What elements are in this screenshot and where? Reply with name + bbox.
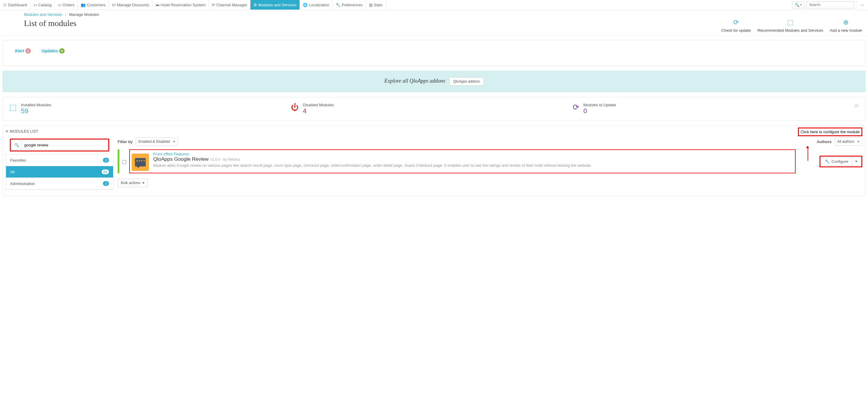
top-nav: ⏲Dashboard ▭Catalog ▭Orders 👥Customers 🏷… [0, 0, 868, 10]
authors-select[interactable]: All authors [835, 137, 862, 146]
refresh-icon: ⟳ [721, 19, 751, 26]
cat-administration[interactable]: Administration2 [6, 178, 113, 190]
sync-icon: ⟳ [212, 3, 215, 7]
module-checkbox[interactable] [122, 160, 126, 164]
module-description: Module adds Google review on various pag… [153, 163, 793, 169]
updates-tab[interactable]: Updates0 [41, 48, 65, 54]
breadcrumb-root[interactable]: Modules and Services [24, 12, 62, 17]
enabled-flag [118, 149, 119, 173]
alert-tab[interactable]: Alert2 [15, 48, 31, 54]
search-icon: 🔍 [795, 3, 800, 7]
module-version: v1.0.0 - by Webkul [210, 157, 240, 162]
puzzle-icon: ⚙ [253, 3, 257, 7]
bed-icon: 🛏 [156, 3, 159, 7]
nav-orders[interactable]: ▭Orders [55, 0, 78, 9]
caret-down-icon: ▾ [800, 3, 802, 6]
filter-select[interactable]: Enabled & Disabled [136, 137, 178, 146]
page-title: List of modules [24, 19, 721, 28]
refresh-icon: ⟳ [573, 103, 579, 112]
explore-banner: Explore all QloApps addons QloApps addon… [2, 71, 866, 92]
nav-localization[interactable]: 🌐Localization [300, 0, 333, 9]
explore-button[interactable]: QloApps addons [450, 77, 484, 86]
power-icon: ⏻ [291, 103, 299, 112]
explore-text: Explore all QloApps addons [384, 78, 445, 84]
nav-hotel[interactable]: 🛏Hotel Reservation System [153, 0, 209, 9]
refresh-icon: ⟳ [854, 103, 859, 109]
module-row: ★★★★ Front office Features QloApps Googl… [118, 149, 862, 173]
filter-label: Filter by [118, 140, 133, 144]
nav-dashboard[interactable]: ⏲Dashboard [0, 0, 31, 9]
annotation-box: Click here to configure the module [798, 127, 862, 136]
nav-channel[interactable]: ⟳Channel Manager [209, 0, 250, 9]
gauge-icon: ⏲ [3, 3, 7, 7]
star-icon: ★★★★ [136, 159, 146, 162]
module-card-highlight: ★★★★ Front office Features QloApps Googl… [129, 149, 796, 173]
authors-label: Authors [816, 140, 832, 144]
check-update-button[interactable]: ⟳Check for update [721, 19, 751, 33]
toupdate-count: 0 [584, 107, 616, 115]
installed-count: 59 [21, 107, 51, 115]
nav-stats[interactable]: ▥Stats [366, 0, 386, 9]
puzzle-icon: ⬚ [757, 19, 824, 26]
breadcrumb: Modules and Services / Manage Modules [24, 12, 862, 17]
stats-panel: ⬚ Installed Modules59 ⏻ Disabled Modules… [2, 97, 866, 121]
category-column: 🔍 Favorites0 All63 Administration2 [6, 136, 114, 190]
updates-count: 0 [59, 48, 65, 54]
nav-catalog[interactable]: ▭Catalog [31, 0, 55, 9]
installed-label: Installed Modules [21, 103, 51, 107]
disabled-count: 4 [303, 107, 334, 115]
globe-icon: 🌐 [303, 3, 308, 7]
cat-favorites[interactable]: Favorites0 [6, 154, 113, 166]
configure-dropdown[interactable] [852, 157, 861, 166]
bulk-actions-button[interactable]: Bulk actions [118, 179, 148, 187]
alerts-panel: Alert2 Updates0 [2, 40, 866, 66]
module-category[interactable]: Front office Features [153, 152, 793, 156]
list-icon: ≡ [6, 129, 8, 134]
nav-discounts[interactable]: 🏷Manage Discounts [109, 0, 153, 9]
add-module-button[interactable]: ⊕Add a new module [830, 19, 862, 33]
search-scope-button[interactable]: 🔍▾ [792, 1, 805, 8]
card-icon: ▭ [58, 3, 61, 7]
cat-all[interactable]: All63 [6, 166, 113, 178]
more-button[interactable]: ⋯ [857, 0, 868, 9]
page-header: Modules and Services / Manage Modules Li… [0, 10, 868, 36]
nav-preferences[interactable]: 🔧Preferences [333, 0, 366, 9]
tag-icon: 🏷 [112, 3, 116, 7]
plus-circle-icon: ⊕ [830, 19, 862, 26]
disabled-label: Disabled Modules [303, 103, 334, 107]
module-search-input[interactable] [22, 140, 107, 150]
nav-customers[interactable]: 👥Customers [78, 0, 109, 9]
toupdate-label: Modules to Update [584, 103, 616, 107]
module-search-highlight: 🔍 [10, 139, 109, 151]
search-icon: 🔍 [12, 140, 22, 150]
recommended-button[interactable]: ⬚Recommended Modules and Services [757, 19, 824, 33]
nav-modules[interactable]: ⚙Modules and Services [250, 0, 300, 9]
stats-refresh-button[interactable]: ⟳ [854, 103, 859, 109]
alert-count: 2 [25, 48, 31, 54]
top-search-input[interactable] [806, 1, 854, 8]
ellipsis-icon: ⋯ [861, 3, 864, 7]
wrench-icon: 🔧 [336, 3, 341, 7]
users-icon: 👥 [81, 3, 86, 7]
modules-list-header: ≡MODULES LIST [6, 129, 798, 134]
configure-highlight: 🔧Configure [819, 156, 862, 167]
breadcrumb-current: Manage Modules [69, 12, 99, 17]
book-icon: ▭ [33, 3, 37, 7]
module-area: Filter by Enabled & Disabled Authors All… [118, 136, 862, 187]
chart-icon: ▥ [369, 3, 373, 7]
configure-button[interactable]: 🔧Configure [821, 157, 852, 166]
wrench-icon: 🔧 [825, 159, 830, 164]
module-thumbnail: ★★★★ [132, 153, 149, 171]
top-search: 🔍▾ [789, 0, 857, 9]
puzzle-icon: ⬚ [9, 103, 17, 112]
modules-panel: ≡MODULES LIST Click here to configure th… [2, 125, 866, 196]
module-name: QloApps Google Review [153, 156, 209, 162]
